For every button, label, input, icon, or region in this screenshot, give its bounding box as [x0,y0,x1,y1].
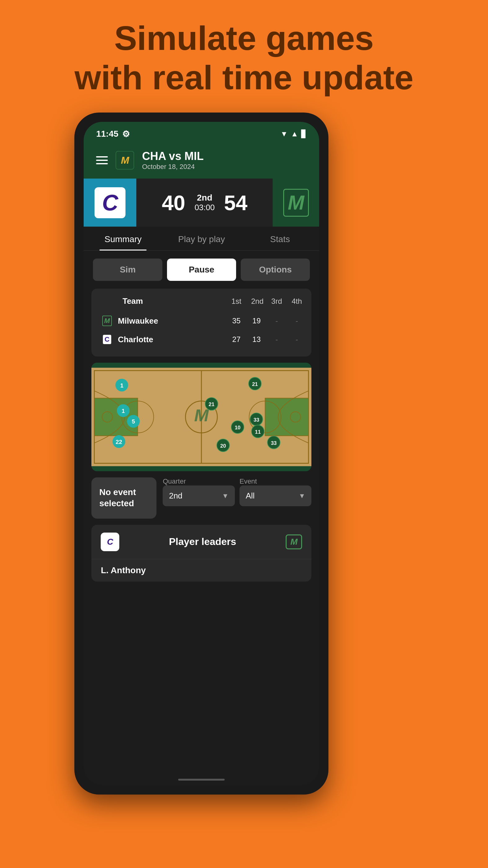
home-bar [178,779,225,781]
score-mid: 2nd 03:00 [195,193,215,212]
score-center: 40 2nd 03:00 54 [136,179,273,227]
milwaukee-logo: M [283,189,309,217]
content-area: Sim Pause Options Team 1st [84,251,319,774]
signal-icon: ▲ [291,130,298,138]
tabs-bar: Summary Play by play Stats [84,227,319,251]
phone-screen: 11:45 ⚙ ▼ ▲ ▊ M CHA vs MIL [84,122,319,785]
leaders-title: Player leaders [169,536,236,548]
battery-icon: ▊ [301,130,307,138]
status-time: 11:45 [96,129,118,139]
basketball-court: M 1 1 5 22 [91,363,312,471]
event-label: Event [239,477,312,486]
svg-text:11: 11 [255,429,261,435]
svg-text:33: 33 [271,440,277,446]
mil-scores: 35 19 - - [231,316,302,325]
table-row-milwaukee: M Milwaukee 35 19 - - [101,312,302,330]
svg-text:5: 5 [132,418,135,425]
table-row-charlotte: C Charlotte 27 13 - - [101,330,302,349]
page-title-block: Simulate games with real time update [74,19,413,97]
cha-scores: 27 13 - - [231,335,302,344]
leaders-left-logo: C [101,533,119,551]
left-score: 40 [162,191,185,215]
menu-button[interactable] [96,156,108,164]
header-text-block: CHA vs MIL October 18, 2024 [142,150,203,171]
svg-text:21: 21 [252,381,258,387]
leaders-header: C Player leaders M [91,525,312,559]
svg-text:10: 10 [235,425,241,431]
options-button[interactable]: Options [241,258,310,281]
status-bar: 11:45 ⚙ ▼ ▲ ▊ [84,122,319,144]
no-event-box: No event selected [91,477,157,519]
event-value: All [246,491,255,501]
headline-line1: Simulate games with real time update [74,19,413,97]
cha-name: Charlotte [118,335,226,344]
game-date: October 18, 2024 [142,163,203,171]
app-header: M CHA vs MIL October 18, 2024 [84,144,319,179]
event-section: No event selected Quarter 2nd ▼ [91,477,312,519]
phone-device: 11:45 ⚙ ▼ ▲ ▊ M CHA vs MIL [74,113,328,795]
quarter-headers: 1st 2nd 3rd 4th [231,297,302,306]
svg-text:22: 22 [116,439,122,445]
leader-name: L. Anthony [91,559,312,582]
score-table: Team 1st 2nd 3rd 4th M Milwaukee [91,289,312,356]
mil-icon: M [101,315,113,327]
svg-rect-7 [265,398,308,436]
court-svg: M 1 1 5 22 [91,363,312,471]
status-time-block: 11:45 ⚙ [96,129,130,139]
score-period: 2nd [195,193,215,203]
score-section: C 40 2nd 03:00 54 M [84,179,319,227]
quarter-label: Quarter [163,477,235,486]
team-logo-right: M [273,179,319,227]
team-col-header: Team [122,297,225,306]
wifi-icon: ▼ [281,130,288,138]
player-leaders: C Player leaders M L. Anthony [91,525,312,582]
no-event-label: No event selected [99,487,149,509]
tab-summary[interactable]: Summary [84,227,162,250]
cha-icon: C [101,333,113,346]
game-title: CHA vs MIL [142,150,203,163]
settings-icon: ⚙ [122,129,130,139]
score-clock: 03:00 [195,203,215,212]
quarter-chevron-icon: ▼ [222,492,229,500]
svg-text:1: 1 [122,408,125,414]
filter-section: Quarter 2nd ▼ Event All ▼ [163,477,312,519]
m-logo-icon: M [121,155,129,166]
header-team-logo: M [116,151,134,169]
pause-button[interactable]: Pause [167,258,236,281]
right-score: 54 [224,191,248,215]
status-icons: ▼ ▲ ▊ [281,130,307,138]
charlotte-logo: C [95,187,126,218]
leaders-right-logo: M [286,534,302,549]
page-background: Simulate games with real time update 11:… [74,0,413,795]
sim-button[interactable]: Sim [93,258,162,281]
svg-text:33: 33 [254,417,260,423]
event-filter-item: Event All ▼ [239,477,312,506]
quarter-dropdown[interactable]: 2nd ▼ [163,486,235,506]
event-dropdown[interactable]: All ▼ [239,486,312,506]
home-indicator [84,774,319,785]
quarter-value: 2nd [169,491,182,501]
tab-stats[interactable]: Stats [241,227,319,250]
svg-text:20: 20 [220,443,226,449]
event-chevron-icon: ▼ [299,492,305,500]
quarter-filter: Quarter 2nd ▼ [163,477,235,506]
controls-bar: Sim Pause Options [84,251,319,289]
svg-text:21: 21 [209,401,215,407]
tab-play-by-play[interactable]: Play by play [162,227,241,250]
svg-text:1: 1 [120,382,123,389]
table-header: Team 1st 2nd 3rd 4th [101,297,302,306]
filter-row: Quarter 2nd ▼ Event All ▼ [163,477,312,506]
team-logo-left: C [84,179,136,227]
mil-name: Milwaukee [118,316,226,326]
